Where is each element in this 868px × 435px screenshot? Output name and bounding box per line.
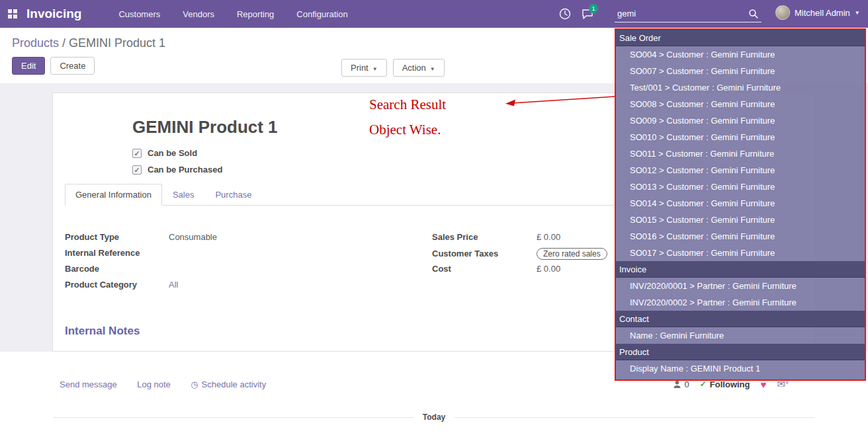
user-avatar: [775, 5, 790, 20]
nav-menu-item[interactable]: Reporting: [237, 9, 274, 19]
search-result-row[interactable]: Sale Order: [616, 30, 865, 46]
log-note-button[interactable]: Log note: [137, 379, 171, 389]
field-value[interactable]: Zero rated sales: [537, 248, 607, 260]
chevron-down-icon: ▼: [855, 10, 860, 16]
field-label: Product Type: [65, 232, 169, 242]
field-label: Sales Price: [432, 232, 537, 242]
chevron-down-icon: ▼: [372, 66, 378, 72]
fields-left-column: Product Type Consumable Internal Referen…: [65, 232, 432, 296]
field-label: Barcode: [65, 264, 169, 274]
field-row: Product Category All: [65, 280, 432, 292]
today-label: Today: [423, 413, 445, 422]
notebook-tab[interactable]: General Information: [65, 184, 162, 206]
search-result-row[interactable]: Invoice: [616, 261, 865, 278]
action-menu-button[interactable]: Action▼: [393, 59, 445, 77]
clock-icon: ◷: [191, 379, 198, 389]
main-menu: CustomersVendorsReportingConfiguration: [118, 9, 347, 19]
checkbox[interactable]: [132, 149, 142, 158]
search-input[interactable]: [615, 9, 748, 19]
annotation-text: Search Result Object Wise.: [369, 97, 446, 147]
search-result-row[interactable]: SO009 > Customer : Gemini Furniture: [616, 112, 865, 129]
search-result-row[interactable]: Display Name : GEMINI Product 1: [616, 360, 865, 377]
annotation-arrow: [498, 90, 618, 111]
messages-badge: 1: [589, 4, 598, 13]
top-navbar: Invoicing CustomersVendorsReportingConfi…: [0, 0, 868, 28]
field-row: Barcode: [65, 264, 432, 276]
search-result-row[interactable]: SO004 > Customer : Gemini Furniture: [616, 46, 865, 63]
search-result-row[interactable]: SO007 > Customer : Gemini Furniture: [616, 63, 865, 79]
print-menu-button[interactable]: Print▼: [341, 59, 387, 77]
activities-clock-icon[interactable]: [558, 7, 572, 20]
field-label: Product Category: [65, 280, 169, 290]
today-divider: Today: [0, 390, 868, 422]
search-result-row[interactable]: SO014 > Customer : Gemini Furniture: [616, 195, 865, 212]
search-result-row[interactable]: SO012 > Customer : Gemini Furniture: [616, 162, 865, 178]
search-result-row[interactable]: SO016 > Customer : Gemini Furniture: [616, 228, 865, 245]
search-icon[interactable]: [748, 9, 759, 19]
notebook-tab[interactable]: Purchase: [204, 184, 262, 206]
field-row: Product Type Consumable: [65, 232, 432, 244]
search-result-row[interactable]: INV/2020/0001 > Partner : Gemini Furnitu…: [616, 278, 865, 294]
search-result-row[interactable]: SO011 > Customer : Gemini Furniture: [616, 145, 865, 162]
field-value[interactable]: £ 0.00: [537, 232, 560, 242]
screen: Invoicing CustomersVendorsReportingConfi…: [0, 0, 868, 435]
search-result-row[interactable]: Contact: [616, 311, 865, 327]
search-result-row[interactable]: SO017 > Customer : Gemini Furniture: [616, 245, 865, 261]
field-label: Cost: [432, 264, 537, 274]
nav-menu-item[interactable]: Configuration: [296, 9, 347, 19]
edit-button[interactable]: Edit: [12, 57, 45, 75]
checkbox-label: Can be Sold: [148, 148, 197, 158]
field-value[interactable]: £ 0.00: [537, 264, 560, 274]
field-value[interactable]: All: [169, 280, 178, 290]
search-result-row[interactable]: Product: [616, 344, 865, 360]
apps-menu-icon[interactable]: [8, 9, 17, 19]
search-result-row[interactable]: SO008 > Customer : Gemini Furniture: [616, 96, 865, 112]
field-label: Customer Taxes: [432, 249, 537, 258]
user-menu[interactable]: Mitchell Admin ▼: [775, 5, 860, 20]
search-result-row[interactable]: Name : Gemini Furniture: [616, 327, 865, 344]
search-result-row[interactable]: SO013 > Customer : Gemini Furniture: [616, 178, 865, 195]
schedule-activity-button[interactable]: ◷Schedule activity: [191, 379, 266, 389]
checkbox-label: Can be Purchased: [148, 165, 222, 175]
breadcrumb-products-link[interactable]: Products: [12, 36, 59, 50]
nav-menu-item[interactable]: Customers: [118, 9, 160, 19]
search-results-dropdown: Sale Order SO004 > Customer : Gemini Fur…: [615, 28, 866, 381]
person-icon: [673, 380, 681, 389]
search-result-row[interactable]: INV/2020/0002 > Partner : Gemini Furnitu…: [616, 294, 865, 311]
create-button[interactable]: Create: [50, 57, 95, 75]
field-row: Internal Reference: [65, 248, 432, 260]
field-value[interactable]: Consumable: [169, 232, 217, 242]
check-icon: ✓: [700, 379, 707, 389]
send-message-button[interactable]: Send message: [60, 379, 117, 389]
user-name: Mitchell Admin: [795, 8, 850, 18]
notebook-tab[interactable]: Sales: [162, 184, 205, 206]
record-action-menus: Print▼ Action▼: [341, 59, 445, 77]
app-title[interactable]: Invoicing: [26, 7, 81, 21]
breadcrumb-separator: /: [59, 36, 69, 50]
search-result-row[interactable]: Test/001 > Customer : Gemini Furniture: [616, 79, 865, 96]
nav-menu-item[interactable]: Vendors: [183, 9, 214, 19]
search-result-row[interactable]: SO015 > Customer : Gemini Furniture: [616, 212, 865, 228]
breadcrumb-current: GEMINI Product 1: [69, 36, 165, 50]
field-label: Internal Reference: [65, 248, 169, 258]
chevron-down-icon: ▼: [430, 66, 435, 72]
search-result-row[interactable]: SO010 > Customer : Gemini Furniture: [616, 129, 865, 145]
chatter-buttons: Send message Log note ◷Schedule activity: [60, 378, 283, 390]
checkbox[interactable]: [132, 165, 142, 175]
global-search-box: [615, 5, 761, 22]
